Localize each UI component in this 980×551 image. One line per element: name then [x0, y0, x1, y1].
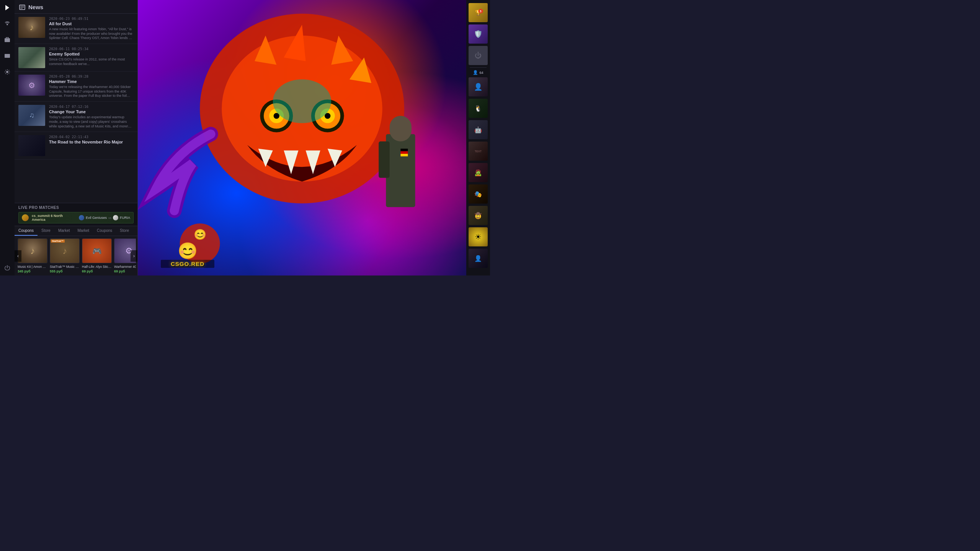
live-matches-section: Live Pro Matches cs_summit 6 North Ameri… — [15, 203, 137, 226]
svg-point-20 — [273, 79, 332, 123]
vs-text: vs — [108, 216, 111, 220]
news-item[interactable]: 2020-05-28 06:39:28 Hammer Time Today we… — [15, 72, 137, 102]
user-avatar-6[interactable]: 🎭 — [469, 184, 488, 204]
svg-rect-25 — [400, 151, 408, 154]
news-item[interactable]: 2020-06-11 08:25:34 Enemy Spotted Since … — [15, 44, 137, 72]
shop-item-name-1: Music Kit | Amon Tobin, ... — [18, 265, 47, 269]
trophy-badge[interactable]: 🏆5 — [469, 3, 488, 22]
shop-item-price-2: 555 руб — [50, 269, 80, 273]
sidebar-divider — [470, 67, 486, 68]
news-date-2: 2020-06-11 08:25:34 — [49, 47, 134, 51]
news-thumb-3 — [18, 75, 45, 96]
svg-text:😊: 😊 — [194, 228, 207, 241]
inventory-icon[interactable] — [3, 35, 12, 44]
team2-name: FURIA — [120, 216, 130, 220]
shield-badge[interactable]: 🛡️ — [469, 24, 488, 44]
news-item[interactable]: 2020-04-02 22:11:43 The Road to the Nove… — [15, 132, 137, 160]
news-desc-2: Since CS:GO's release in 2012, some of t… — [49, 57, 134, 66]
tab-market[interactable]: Market — [54, 226, 74, 236]
news-header: News — [15, 0, 137, 14]
svg-point-1 — [7, 24, 8, 25]
user-avatar-5[interactable]: 🧟 — [469, 163, 488, 182]
news-thumb-1 — [18, 17, 45, 38]
settings-icon[interactable] — [3, 67, 12, 77]
shop-next-button[interactable]: › — [131, 250, 137, 262]
news-title-4: Change Your Tune — [49, 109, 134, 114]
main-panel: News 2020-06-23 06:49:51 All for Dust A … — [15, 0, 138, 276]
shop-item-price-1: 345 руб — [18, 269, 47, 273]
shop-item-3[interactable]: Half-Life: Alyx Sticker C... 69 руб — [82, 238, 112, 273]
news-thumb-5 — [18, 135, 45, 156]
news-title-2: Enemy Spotted — [49, 52, 134, 56]
right-sidebar: 🏆5 🛡️ ⏻ 👤 64 👤 🐧 🤖 TEXT 🧟 🎭 🤠 ☀ 👤 — [466, 0, 490, 276]
shop-item-img-1 — [18, 238, 47, 263]
tab-store2[interactable]: Store — [116, 226, 133, 236]
shop-item-name-4: Warhammer 40,000 Stic... — [114, 265, 136, 269]
shop-item-2[interactable]: StatTrak™ StatTrak™ Music Kit | A... 555… — [50, 238, 80, 273]
svg-rect-22 — [390, 116, 412, 142]
user-avatar-3[interactable]: 🤖 — [469, 120, 488, 139]
shop-item-name-3: Half-Life: Alyx Sticker C... — [82, 265, 112, 269]
shop-item-1[interactable]: Music Kit | Amon Tobin, ... 345 руб — [18, 238, 47, 273]
news-date-5: 2020-04-02 22:11:43 — [49, 135, 134, 139]
broadcast-icon[interactable] — [3, 19, 12, 28]
news-item[interactable]: 2020-04-17 07:12:16 Change Your Tune Tod… — [15, 102, 137, 132]
news-icon — [19, 4, 25, 10]
news-item[interactable]: 2020-06-23 06:49:51 All for Dust A new m… — [15, 14, 137, 44]
news-title-1: All for Dust — [49, 21, 134, 26]
csgo-logo-text: CSGO.RED — [161, 260, 214, 268]
shop-item-img-2: StatTrak™ — [50, 238, 80, 263]
tab-coupons2[interactable]: Coupons — [93, 226, 116, 236]
shop-tabs: Coupons Store Market Market Coupons Stor… — [15, 226, 137, 236]
shop-item-price-4: 69 руб — [114, 269, 136, 273]
user-avatar-1[interactable]: 👤 — [469, 77, 488, 96]
svg-rect-26 — [400, 154, 408, 156]
news-title-3: Hammer Time — [49, 79, 134, 84]
match-teams: Evil Geniuses vs FURIA — [79, 215, 130, 220]
csgo-logo: 😊 CSGO.RED — [161, 243, 214, 268]
news-thumb-2 — [18, 47, 45, 68]
user-avatar-8[interactable]: ☀ — [469, 227, 488, 246]
news-date-4: 2020-04-17 07:12:16 — [49, 105, 134, 109]
news-title: News — [28, 4, 43, 10]
user-avatar-4[interactable]: TEXT — [469, 142, 488, 161]
news-list[interactable]: 2020-06-23 06:49:51 All for Dust A new m… — [15, 14, 137, 203]
shop-items-container: ‹ Music Kit | Amon Tobin, ... 345 руб St… — [15, 236, 137, 276]
event-icon — [22, 214, 29, 221]
news-content-3: 2020-05-28 06:39:28 Hammer Time Today we… — [49, 75, 134, 98]
news-content-4: 2020-04-17 07:12:16 Change Your Tune Tod… — [49, 105, 134, 129]
watch-icon[interactable] — [3, 51, 12, 60]
user-avatar-7[interactable]: 🤠 — [469, 206, 488, 225]
live-matches-title: Live Pro Matches — [18, 205, 134, 210]
play-icon[interactable] — [3, 3, 12, 12]
right-panel: 😊 😊 CSGO.RED — [138, 0, 466, 276]
svg-point-5 — [6, 71, 8, 73]
user-avatar-9[interactable]: 👤 — [469, 249, 488, 268]
svg-rect-23 — [379, 142, 390, 178]
shop-prev-button[interactable]: ‹ — [15, 250, 21, 262]
shop-item-img-3 — [82, 238, 112, 263]
user-avatar-2[interactable]: 🐧 — [469, 99, 488, 118]
svg-rect-21 — [386, 134, 415, 207]
news-content-2: 2020-06-11 08:25:34 Enemy Spotted Since … — [49, 47, 134, 68]
news-desc-1: A new music kit featuring Amon Tobin, "A… — [49, 27, 134, 41]
news-desc-4: Today's update includes an experimental … — [49, 115, 134, 129]
shop-item-name-2: StatTrak™ Music Kit | A... — [50, 265, 80, 269]
item-badge[interactable]: ⏻ — [469, 46, 488, 65]
power-icon[interactable] — [3, 263, 12, 272]
news-title-5: The Road to the November Rio Major — [49, 140, 134, 144]
svg-rect-2 — [5, 38, 10, 42]
svg-marker-0 — [5, 5, 9, 10]
news-date-3: 2020-05-28 06:39:28 — [49, 75, 134, 78]
user-count: 👤 64 — [473, 70, 483, 75]
team1-name: Evil Geniuses — [86, 216, 107, 220]
tab-store[interactable]: Store — [38, 226, 54, 236]
news-thumb-4 — [18, 105, 45, 126]
shop-item-price-3: 69 руб — [82, 269, 112, 273]
match-row[interactable]: cs_summit 6 North America Evil Geniuses … — [18, 212, 134, 223]
tab-market2[interactable]: Market — [74, 226, 93, 236]
team2-icon — [113, 215, 118, 220]
tab-coupons[interactable]: Coupons — [15, 226, 38, 236]
news-content-5: 2020-04-02 22:11:43 The Road to the Nove… — [49, 135, 134, 156]
monster-illustration: 😊 — [138, 0, 466, 276]
